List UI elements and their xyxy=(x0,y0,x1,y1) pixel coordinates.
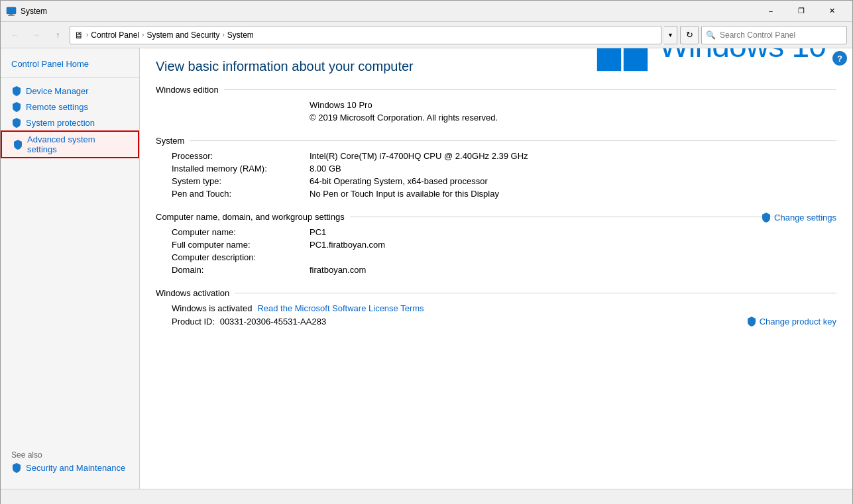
svg-rect-6 xyxy=(623,48,647,71)
activation-status: Windows is activated xyxy=(172,303,252,313)
window-controls: − ❐ ✕ xyxy=(756,1,847,22)
full-computer-name-value: PC1.firatboyan.com xyxy=(310,240,836,250)
activation-row: Windows is activated Read the Microsoft … xyxy=(156,303,836,313)
sidebar-home-link[interactable]: Control Panel Home xyxy=(1,56,139,74)
processor-value: Intel(R) Core(TM) i7-4700HQ CPU @ 2.40GH… xyxy=(310,151,836,161)
path-control-panel[interactable]: Control Panel xyxy=(91,30,139,40)
windows-edition-title: Windows edition xyxy=(156,85,219,95)
search-icon: 🔍 xyxy=(706,30,716,40)
sidebar: Control Panel Home Device Manager Remote… xyxy=(1,48,140,489)
windows-10-text: Windows 10 xyxy=(659,48,826,64)
shield-icon-protection xyxy=(11,117,22,128)
change-settings-label: Change settings xyxy=(774,213,836,223)
product-id-label: Product ID: xyxy=(172,317,215,327)
windows-edition-section: Windows edition Windows 10 Pro © 2019 Mi… xyxy=(156,85,836,123)
security-maintenance-icon xyxy=(11,462,22,473)
sidebar-item-remote-settings[interactable]: Remote settings xyxy=(1,99,139,115)
see-also-label: See also xyxy=(11,450,129,460)
security-maintenance-link[interactable]: Security and Maintenance xyxy=(11,462,129,473)
product-id-text: Product ID: 00331-20306-45531-AA283 xyxy=(172,317,326,327)
svg-rect-1 xyxy=(9,14,13,15)
window-title: System xyxy=(21,7,756,16)
remote-settings-label: Remote settings xyxy=(26,102,88,112)
ram-label: Installed memory (RAM): xyxy=(172,164,304,174)
system-type-label: System type: xyxy=(172,176,304,186)
sidebar-item-advanced-system-settings[interactable]: Advanced system settings xyxy=(1,130,139,158)
section-line-edition xyxy=(224,89,836,90)
security-maintenance-label: Security and Maintenance xyxy=(26,463,125,473)
sidebar-item-system-protection[interactable]: System protection xyxy=(1,115,139,130)
up-button[interactable]: ↑ xyxy=(48,26,67,44)
title-bar: System − ❐ ✕ xyxy=(1,1,852,22)
shield-icon-change-key xyxy=(746,316,757,327)
computer-name-label: Computer name: xyxy=(172,227,304,237)
computer-name-header: Computer name, domain, and workgroup set… xyxy=(156,212,836,222)
content-area: Windows 10 View basic information about … xyxy=(140,48,852,489)
close-button[interactable]: ✕ xyxy=(817,1,847,22)
windows-logo-svg xyxy=(596,48,649,72)
address-path[interactable]: 🖥 › Control Panel › System and Security … xyxy=(70,26,661,44)
domain-value: firatboyan.com xyxy=(310,265,836,275)
product-id-row: Product ID: 00331-20306-45531-AA283 Chan… xyxy=(156,316,836,327)
computer-desc-label: Computer description: xyxy=(172,252,304,262)
activation-section: Windows activation Windows is activated … xyxy=(156,288,836,327)
shield-icon-change-settings xyxy=(761,212,771,223)
address-dropdown-button[interactable]: ▼ xyxy=(664,26,677,44)
path-chevron-3: › xyxy=(222,31,224,38)
computer-name-section-title: Computer name, domain, and workgroup set… xyxy=(156,212,345,222)
refresh-button[interactable]: ↻ xyxy=(680,26,699,44)
advanced-system-settings-label: Advanced system settings xyxy=(27,134,127,154)
path-system-security[interactable]: System and Security xyxy=(146,30,219,40)
computer-desc-value xyxy=(310,252,836,262)
change-key-label: Change product key xyxy=(760,317,836,327)
search-input[interactable] xyxy=(720,30,842,40)
product-id-value: 00331-20306-45531-AA283 xyxy=(220,317,326,327)
ram-value: 8.00 GB xyxy=(310,164,836,174)
restore-button[interactable]: ❐ xyxy=(786,1,817,22)
path-chevron-1: › xyxy=(86,31,88,38)
system-section: System Processor: Intel(R) Core(TM) i7-4… xyxy=(156,136,836,199)
svg-rect-2 xyxy=(8,15,15,16)
pen-touch-label: Pen and Touch: xyxy=(172,189,304,199)
forward-button[interactable]: → xyxy=(27,26,46,44)
address-bar: ← → ↑ 🖥 › Control Panel › System and Sec… xyxy=(1,22,852,48)
section-line-activation xyxy=(235,293,836,293)
main-layout: Control Panel Home Device Manager Remote… xyxy=(1,48,852,489)
sidebar-item-device-manager[interactable]: Device Manager xyxy=(1,83,139,99)
svg-rect-0 xyxy=(7,7,16,14)
help-button[interactable]: ? xyxy=(832,51,847,66)
sidebar-divider xyxy=(1,77,139,77)
activation-title: Windows activation xyxy=(156,288,229,298)
activation-header: Windows activation xyxy=(156,288,836,298)
system-protection-label: System protection xyxy=(26,118,95,128)
activation-link[interactable]: Read the Microsoft Software License Term… xyxy=(257,303,424,313)
minimize-button[interactable]: − xyxy=(756,1,786,22)
app-icon xyxy=(6,6,17,17)
copyright-text: © 2019 Microsoft Corporation. All rights… xyxy=(310,113,836,123)
shield-icon-remote xyxy=(11,101,22,112)
status-bar xyxy=(1,489,852,504)
domain-label: Domain: xyxy=(172,265,304,275)
computer-name-info: Computer name: PC1 Full computer name: P… xyxy=(156,227,836,275)
computer-icon: 🖥 xyxy=(74,30,84,40)
change-key-link[interactable]: Change product key xyxy=(746,316,836,327)
computer-name-value: PC1 xyxy=(310,227,836,237)
system-title: System xyxy=(156,136,184,146)
windows-edition-info: Windows 10 Pro © 2019 Microsoft Corporat… xyxy=(156,100,836,123)
system-type-value: 64-bit Operating System, x64-based proce… xyxy=(310,176,836,186)
processor-label: Processor: xyxy=(172,151,304,161)
back-button[interactable]: ← xyxy=(6,26,25,44)
full-computer-name-label: Full computer name: xyxy=(172,240,304,250)
computer-name-section: Computer name, domain, and workgroup set… xyxy=(156,212,836,275)
section-line-system xyxy=(190,140,836,141)
window: System − ❐ ✕ ← → ↑ 🖥 › Control Panel › S… xyxy=(0,0,853,504)
windows-logo: Windows 10 xyxy=(596,48,826,72)
windows-edition-header: Windows edition xyxy=(156,85,836,95)
system-info: Processor: Intel(R) Core(TM) i7-4700HQ C… xyxy=(156,151,836,199)
change-settings-link[interactable]: Change settings xyxy=(761,212,836,223)
path-system[interactable]: System xyxy=(227,30,254,40)
shield-icon-advanced xyxy=(13,139,23,150)
shield-icon-device xyxy=(11,85,22,96)
path-chevron-2: › xyxy=(142,31,144,38)
search-box[interactable]: 🔍 xyxy=(701,26,847,44)
